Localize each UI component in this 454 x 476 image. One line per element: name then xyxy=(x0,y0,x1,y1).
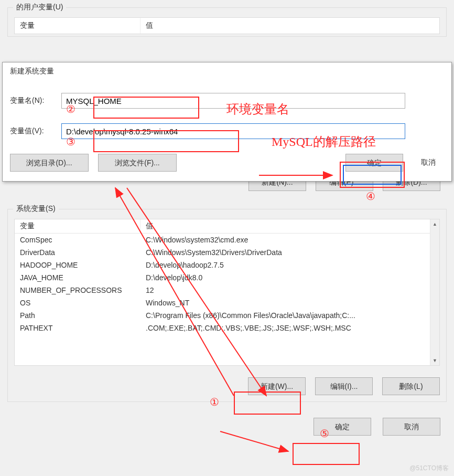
annot-num-4: ④ xyxy=(365,190,376,202)
scrollbar[interactable]: ▲ ▼ xyxy=(430,219,439,365)
var-name-label: 变量名(N): xyxy=(10,96,52,105)
cell-var-name: Path xyxy=(15,309,140,322)
new-system-variable-dialog: 新建系统变量 变量名(N): 变量值(V): 浏览目录(D)... 浏览文件(F… xyxy=(2,62,452,182)
cell-var-value: Windows_NT xyxy=(140,297,430,309)
cell-var-name: HADOOP_HOME xyxy=(15,259,140,271)
cell-var-name: OS xyxy=(15,297,140,309)
sys-new-button[interactable]: 新建(W)... xyxy=(248,377,306,395)
watermark: @51CTO博客 xyxy=(409,464,449,473)
scroll-down-icon[interactable]: ▼ xyxy=(430,356,439,365)
cell-var-value: C:\Windows\System32\Drivers\DriverData xyxy=(140,246,430,259)
cell-var-value: .COM;.EXE;.BAT;.CMD;.VBS;.VBE;.JS;.JSE;.… xyxy=(140,322,430,334)
browse-file-button[interactable]: 浏览文件(F)... xyxy=(98,154,177,172)
table-row[interactable]: PATHEXT.COM;.EXE;.BAT;.CMD;.VBS;.VBE;.JS… xyxy=(15,322,430,334)
cell-var-value: 12 xyxy=(140,284,430,297)
table-row[interactable]: DriverDataC:\Windows\System32\Drivers\Dr… xyxy=(15,246,430,259)
dialog-cancel-button[interactable]: 取消 xyxy=(413,154,444,172)
scroll-up-icon[interactable]: ▲ xyxy=(430,219,439,229)
cell-var-name: PATHEXT xyxy=(15,322,140,334)
user-vars-col-value[interactable]: 值 xyxy=(140,18,439,34)
cell-var-name: NUMBER_OF_PROCESSORS xyxy=(15,284,140,297)
table-row[interactable]: PathC:\Program Files (x86)\Common Files\… xyxy=(15,309,430,322)
user-vars-group: 的用户变量(U) 变量 值 xyxy=(7,7,447,37)
table-row[interactable]: OSWindows_NT xyxy=(15,297,430,309)
var-value-label: 变量值(V): xyxy=(10,126,52,136)
main-buttons: 确定 取消 xyxy=(0,418,440,436)
main-ok-button[interactable]: 确定 xyxy=(314,418,371,436)
sys-col-variable[interactable]: 变量 xyxy=(15,219,140,233)
table-row[interactable]: JAVA_HOMED:\develop\jdk8.0 xyxy=(15,271,430,284)
table-row[interactable]: ComSpecC:\Windows\system32\cmd.exe xyxy=(15,234,430,246)
system-vars-rows: ComSpecC:\Windows\system32\cmd.exeDriver… xyxy=(15,234,430,334)
user-vars-col-variable[interactable]: 变量 xyxy=(15,18,140,34)
cell-var-value: D:\develop\jdk8.0 xyxy=(140,271,430,284)
cell-var-name: DriverData xyxy=(15,246,140,259)
user-vars-header: 变量 值 xyxy=(14,17,440,34)
var-value-input[interactable] xyxy=(61,123,405,139)
user-vars-label: 的用户变量(U) xyxy=(13,3,66,12)
table-row[interactable]: HADOOP_HOMED:\develop\hadoop2.7.5 xyxy=(15,259,430,271)
dialog-ok-button[interactable]: 确定 xyxy=(345,154,403,172)
cell-var-value: D:\develop\hadoop2.7.5 xyxy=(140,259,430,271)
dialog-title: 新建系统变量 xyxy=(3,62,451,90)
cell-var-name: JAVA_HOME xyxy=(15,271,140,284)
system-vars-table[interactable]: 变量 值 ComSpecC:\Windows\system32\cmd.exeD… xyxy=(14,219,440,366)
cell-var-value: C:\Program Files (x86)\Common Files\Orac… xyxy=(140,309,430,322)
system-vars-label: 系统变量(S) xyxy=(13,204,59,214)
sys-delete-button[interactable]: 删除(L) xyxy=(382,377,440,395)
cell-var-value: C:\Windows\system32\cmd.exe xyxy=(140,234,430,246)
sys-edit-button[interactable]: 编辑(I)... xyxy=(315,377,373,395)
browse-dir-button[interactable]: 浏览目录(D)... xyxy=(10,154,89,172)
main-cancel-button[interactable]: 取消 xyxy=(383,418,440,436)
cell-var-name: ComSpec xyxy=(15,234,140,246)
sys-col-value[interactable]: 值 xyxy=(140,219,430,233)
system-vars-buttons: 新建(W)... 编辑(I)... 删除(L) xyxy=(14,377,440,395)
annot-box-mainok xyxy=(293,443,360,465)
var-name-input[interactable] xyxy=(61,93,405,109)
system-vars-group: 系统变量(S) 变量 值 ComSpecC:\Windows\system32\… xyxy=(7,209,447,402)
table-row[interactable]: NUMBER_OF_PROCESSORS12 xyxy=(15,284,430,297)
